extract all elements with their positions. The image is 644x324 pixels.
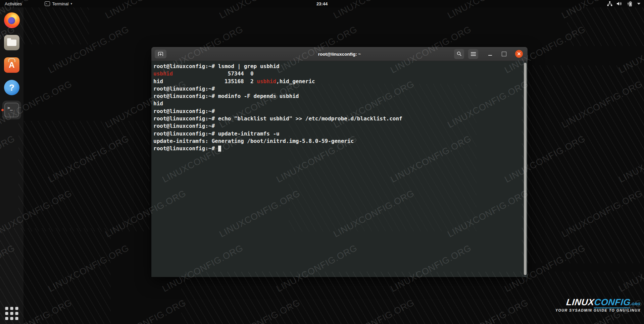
firefox-icon — [4, 12, 20, 28]
battery-charging-icon — [627, 1, 633, 6]
terminal-text-segment: root@linuxconfig:~# — [153, 145, 218, 152]
terminal-line: usbhid 57344 0 — [153, 70, 523, 77]
terminal-line: root@linuxconfig:~# update-initramfs -u — [153, 130, 523, 138]
hamburger-menu-icon — [471, 52, 476, 56]
watermark-text: LINUXCONFIG.ORG — [103, 298, 188, 324]
window-titlebar[interactable]: root@linuxconfig: ~ — [151, 47, 528, 61]
terminal-text-segment: hid — [153, 100, 163, 107]
ubuntu-software-icon: A — [4, 57, 19, 73]
terminal-output[interactable]: root@linuxconfig:~# lsmod | grep usbhidu… — [151, 61, 528, 277]
files-icon — [4, 35, 19, 50]
minimize-button[interactable] — [488, 50, 492, 58]
close-icon — [517, 52, 521, 56]
network-wired-icon — [607, 1, 612, 6]
stripe-texture — [567, 7, 644, 46]
dock-item-terminal[interactable]: >_ — [2, 101, 21, 119]
watermark-text: LINUXCONFIG.ORG — [217, 298, 302, 324]
watermark-text: LINUXCONFIG.ORG — [46, 24, 131, 75]
volume-icon — [617, 1, 623, 6]
running-indicator-dot — [1, 109, 4, 111]
clock[interactable]: 23:44 — [316, 0, 328, 7]
stripe-texture — [18, 7, 89, 44]
terminal-line: root@linuxconfig:~# lsmod | grep usbhid — [153, 63, 523, 70]
terminal-line: root@linuxconfig:~# — [153, 85, 523, 93]
terminal-text-segment: root@linuxconfig:~# — [153, 86, 215, 92]
terminal-text-segment: root@linuxconfig:~# — [153, 108, 215, 114]
app-menu-terminal[interactable]: >_ Terminal ▾ — [42, 0, 75, 7]
terminal-text-segment: root@linuxconfig:~# echo "blacklist usbh… — [153, 115, 402, 122]
terminal-line: update-initramfs: Generating /boot/initr… — [153, 138, 523, 145]
terminal-cursor — [218, 146, 221, 152]
dock-item-files[interactable] — [2, 33, 21, 52]
stripe-texture — [522, 65, 644, 263]
watermark-text: LINUXCONFIG.ORG — [617, 133, 644, 185]
terminal-text-segment: ,hid_generic — [276, 78, 315, 85]
terminal-text-segment: 57344 0 — [173, 70, 254, 77]
app-menu-label: Terminal — [52, 1, 68, 6]
terminal-window: root@linuxconfig: ~ — [151, 47, 528, 277]
search-icon — [457, 51, 462, 56]
terminal-icon: >_ — [4, 103, 19, 117]
system-tray[interactable] — [607, 0, 642, 7]
dock-item-firefox[interactable] — [2, 11, 21, 30]
titlebar-controls — [454, 49, 523, 59]
terminal-line: root@linuxconfig:~# modinfo -F depends u… — [153, 93, 523, 100]
terminal-line: root@linuxconfig:~# — [153, 145, 523, 152]
watermark-text: LINUXCONFIG.ORG — [560, 188, 644, 239]
terminal-line: hid — [153, 100, 523, 107]
watermark-text: LINUXCONFIG.ORG — [446, 298, 530, 324]
new-tab-icon — [158, 52, 163, 56]
desktop: { "top_bar": { "activities_label": "Acti… — [0, 0, 644, 324]
help-icon: ? — [4, 80, 19, 95]
activities-button[interactable]: Activities — [0, 0, 27, 7]
dock: A ? >_ — [0, 7, 23, 324]
linuxconfig-logo: LINUXCONFIG.ORG YOUR SYSADMIN GUIDE TO G… — [555, 298, 641, 312]
dock-item-help[interactable]: ? — [2, 78, 21, 97]
dock-item-software[interactable]: A — [2, 56, 21, 74]
logo-org-text: .ORG — [630, 302, 641, 306]
watermark-text: LINUXCONFIG.ORG — [560, 298, 644, 324]
chevron-down-icon: ▾ — [70, 2, 72, 5]
top-bar: Activities >_ Terminal ▾ 23:44 — [0, 0, 644, 7]
terminal-text-segment: usbhid — [257, 78, 276, 85]
logo-linux-text: LINUX — [566, 297, 595, 307]
terminal-text-segment: usbhid — [153, 70, 173, 77]
terminal-text-segment: root@linuxconfig:~# — [153, 123, 215, 129]
logo-config-text: CONFIG — [594, 297, 631, 308]
maximize-button[interactable] — [502, 52, 506, 56]
watermark-text: LINUXCONFIG.ORG — [46, 243, 131, 294]
terminal-line: root@linuxconfig:~# — [153, 122, 523, 130]
watermark-text: LINUXCONFIG.ORG — [617, 24, 644, 75]
terminal-app-icon: >_ — [45, 1, 50, 6]
terminal-text-segment: root@linuxconfig:~# lsmod | grep usbhid — [153, 63, 280, 69]
terminal-text-segment: root@linuxconfig:~# update-initramfs -u — [153, 130, 280, 137]
logo-tagline: YOUR SYSADMIN GUIDE TO GNU/LINUX — [555, 308, 641, 312]
terminal-text-segment: update-initramfs: Generating /boot/initr… — [153, 138, 354, 144]
scrollbar-thumb[interactable] — [524, 63, 527, 275]
chevron-down-icon — [637, 2, 641, 5]
watermark-text: LINUXCONFIG.ORG — [617, 243, 644, 294]
window-title: root@linuxconfig: ~ — [318, 51, 361, 56]
stripe-texture — [18, 121, 149, 231]
watermark-text: LINUXCONFIG.ORG — [560, 79, 644, 130]
close-button[interactable] — [515, 50, 523, 58]
terminal-text-segment: hid 135168 2 — [153, 78, 257, 85]
terminal-line: root@linuxconfig:~# — [153, 108, 523, 115]
search-button[interactable] — [454, 49, 464, 59]
watermark-text: LINUXCONFIG.ORG — [332, 298, 416, 324]
terminal-text-segment: root@linuxconfig:~# modinfo -F depends u… — [153, 93, 299, 99]
terminal-line: root@linuxconfig:~# echo "blacklist usbh… — [153, 115, 523, 122]
new-tab-button[interactable] — [155, 50, 166, 58]
watermark-text: LINUXCONFIG.ORG — [46, 133, 131, 185]
minimize-icon — [488, 55, 492, 56]
show-applications-button[interactable] — [5, 307, 18, 320]
menu-button[interactable] — [468, 49, 478, 59]
terminal-line: hid 135168 2 usbhid,hid_generic — [153, 78, 523, 85]
stripe-texture — [181, 272, 644, 324]
